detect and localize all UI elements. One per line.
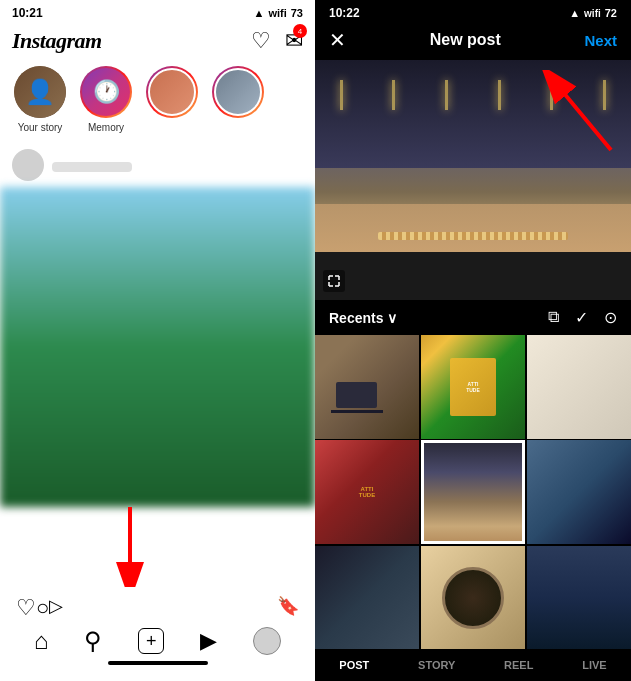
recents-label-group[interactable]: Recents ∨ — [329, 310, 397, 326]
grid-cell-1[interactable] — [315, 335, 419, 439]
new-post-title: New post — [430, 31, 501, 49]
grid-cell-5-selected[interactable] — [421, 440, 525, 544]
main-photo-area — [315, 60, 631, 300]
light-2 — [392, 80, 395, 110]
right-wifi-icon: wifi — [584, 8, 601, 19]
stories-row: 👤 Your story 🕐 Memory — [0, 62, 315, 143]
tab-reel[interactable]: REEL — [500, 657, 537, 673]
grid-cell-7[interactable] — [315, 546, 419, 649]
your-story-item[interactable]: 👤 Your story — [12, 66, 68, 133]
comment-icon[interactable]: ○ — [36, 595, 49, 621]
story-avatar-4 — [214, 68, 262, 116]
story-ring-3 — [146, 66, 198, 118]
right-signal-icon: ▲ — [569, 7, 580, 19]
home-button[interactable]: ⌂ — [34, 627, 49, 655]
right-panel: 10:22 ▲ wifi 72 ✕ New post Next — [315, 0, 631, 681]
post-avatar — [12, 149, 44, 181]
camera-icon[interactable]: ⊙ — [604, 308, 617, 327]
multi-select-icon[interactable]: ⧉ — [548, 308, 559, 327]
tab-post[interactable]: POST — [335, 657, 373, 673]
metro-track — [315, 252, 631, 300]
heart-icon[interactable]: ♡ — [251, 28, 271, 54]
left-panel: 10:21 ▲ wifi 73 Instagram ♡ ✉ 4 👤 Your s… — [0, 0, 315, 681]
left-status-icons: ▲ wifi 73 — [254, 7, 303, 19]
tactile-strip — [378, 232, 568, 240]
wifi-icon: wifi — [268, 7, 286, 19]
post-header — [0, 143, 315, 187]
message-icon-container: ✉ 4 — [285, 28, 303, 54]
battery-icon: 73 — [291, 7, 303, 19]
close-button[interactable]: ✕ — [329, 28, 346, 52]
header-icons: ♡ ✉ 4 — [251, 28, 303, 54]
post-image — [0, 187, 315, 507]
arrow-up-container — [541, 70, 621, 164]
story-item-3[interactable] — [144, 66, 200, 133]
story-avatar-3 — [148, 68, 196, 116]
right-battery-icon: 72 — [605, 7, 617, 19]
memory-story-item[interactable]: 🕐 Memory — [78, 66, 134, 133]
bottom-nav-main: ⌂ ⚲ + ▶ — [0, 627, 315, 655]
svg-line-3 — [553, 80, 611, 150]
tab-live[interactable]: LIVE — [578, 657, 610, 673]
grid-cell-4[interactable]: ATTITUDE — [315, 440, 419, 544]
left-time: 10:21 — [12, 6, 43, 20]
story-ring-4 — [212, 66, 264, 118]
red-arrow-up — [541, 70, 621, 160]
grid-cell-3[interactable] — [527, 335, 631, 439]
right-header: ✕ New post Next — [315, 24, 631, 60]
next-button[interactable]: Next — [584, 32, 617, 49]
memory-ring: 🕐 — [80, 66, 132, 118]
light-1 — [340, 80, 343, 110]
right-status-icons: ▲ wifi 72 — [569, 7, 617, 19]
save-icon[interactable]: 🔖 — [277, 595, 299, 621]
story-item-4[interactable] — [210, 66, 266, 133]
tab-story[interactable]: STORY — [414, 657, 459, 673]
photo-grid: ATTITUDE ATTITUDE — [315, 335, 631, 649]
light-3 — [445, 80, 448, 110]
share-icon[interactable]: ▷ — [49, 595, 63, 621]
notification-badge: 4 — [293, 24, 307, 38]
home-indicator — [108, 661, 208, 665]
your-story-avatar: 👤 — [14, 66, 66, 118]
grid-cell-2[interactable]: ATTITUDE — [421, 335, 525, 439]
recents-chevron: ∨ — [387, 310, 397, 326]
instagram-logo: Instagram — [12, 28, 102, 54]
memory-label: Memory — [88, 122, 124, 133]
left-status-bar: 10:21 ▲ wifi 73 — [0, 0, 315, 24]
bottom-tabs: POST STORY REEL LIVE — [315, 649, 631, 681]
left-header: Instagram ♡ ✉ 4 — [0, 24, 315, 62]
recents-bar: Recents ∨ ⧉ ✓ ⊙ — [315, 300, 631, 335]
plus-icon: + — [146, 631, 157, 652]
right-time: 10:22 — [329, 6, 360, 20]
search-button[interactable]: ⚲ — [84, 627, 102, 655]
profile-button[interactable] — [253, 627, 281, 655]
grid-cell-8[interactable] — [421, 546, 525, 649]
light-4 — [498, 80, 501, 110]
right-status-bar: 10:22 ▲ wifi 72 — [315, 0, 631, 24]
signal-icon: ▲ — [254, 7, 265, 19]
reels-button[interactable]: ▶ — [200, 628, 217, 654]
expand-svg — [327, 274, 341, 288]
memory-inner: 🕐 — [82, 68, 130, 116]
your-story-label: Your story — [18, 122, 63, 133]
add-button[interactable]: + — [138, 628, 164, 654]
recents-action-icons: ⧉ ✓ ⊙ — [548, 308, 617, 327]
bottom-nav: ♡ ○ ▷ 🔖 ⌂ ⚲ + ▶ — [0, 587, 315, 681]
grid-cell-6[interactable] — [527, 440, 631, 544]
check-icon[interactable]: ✓ — [575, 308, 588, 327]
recents-text: Recents — [329, 310, 383, 326]
top-nav-icons: ♡ ○ ▷ 🔖 — [0, 595, 315, 627]
like-icon[interactable]: ♡ — [16, 595, 36, 621]
post-username — [52, 162, 132, 172]
expand-icon[interactable] — [323, 270, 345, 292]
grid-cell-9[interactable] — [527, 546, 631, 649]
